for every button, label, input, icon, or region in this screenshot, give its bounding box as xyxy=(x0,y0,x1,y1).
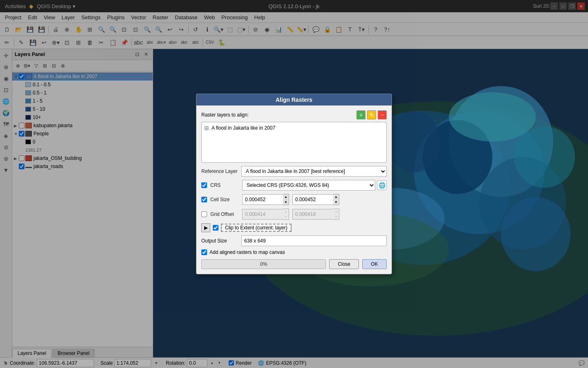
align-rasters-dialog: Align Rasters Raster layers to align: + … xyxy=(196,94,392,274)
grid-offset-y-up[interactable]: ▲ xyxy=(333,209,339,214)
crs-label: CRS xyxy=(210,182,239,188)
output-size-input[interactable] xyxy=(241,236,387,246)
clip-action-btn[interactable]: ▶ xyxy=(201,223,210,232)
cell-size-y-up[interactable]: ▲ xyxy=(333,194,339,200)
raster-list-item-1[interactable]: ⊞ A flood in Jakarta like in 2007 xyxy=(203,124,385,132)
clip-label: Clip to Extent (current: layer) xyxy=(221,224,292,232)
output-size-row: Output Size xyxy=(201,236,387,246)
raster-list-header: Raster layers to align: + ✎ − xyxy=(201,110,387,119)
progress-row: 0% Close OK xyxy=(201,259,387,269)
cell-size-label: Cell Size xyxy=(210,197,239,202)
cell-size-y-spin: ▲ ▼ xyxy=(333,194,339,205)
grid-offset-y-spin: ▲ ▼ xyxy=(333,209,339,220)
cell-size-x-spin: ▲ ▼ xyxy=(283,194,289,205)
cell-size-x-input[interactable] xyxy=(242,194,283,205)
add-raster-btn[interactable]: + xyxy=(356,110,365,119)
clip-checkbox[interactable] xyxy=(213,225,218,231)
grid-offset-y-group: ▲ ▼ xyxy=(292,209,339,220)
reference-layer-row: Reference Layer A flood in Jakarta like … xyxy=(201,166,387,177)
crs-select[interactable]: Selected CRS (EPSG:4326, WGS 84) xyxy=(242,180,375,191)
raster-label: Raster layers to align: xyxy=(201,112,249,118)
dialog-body: Raster layers to align: + ✎ − ⊞ A flood … xyxy=(196,105,392,274)
remove-raster-btn[interactable]: − xyxy=(378,110,387,119)
dialog-overlay: Align Rasters Raster layers to align: + … xyxy=(0,0,588,368)
edit-raster-btn[interactable]: ✎ xyxy=(367,110,376,119)
add-rasters-row: Add aligned rasters to map canvas xyxy=(201,249,387,255)
add-rasters-checkbox[interactable] xyxy=(201,249,207,255)
grid-offset-checkbox[interactable] xyxy=(201,211,207,217)
close-dialog-btn[interactable]: Close xyxy=(329,259,359,269)
dialog-title: Align Rasters xyxy=(276,96,312,103)
cell-size-y-down[interactable]: ▼ xyxy=(333,200,339,205)
cell-size-y-input[interactable] xyxy=(292,194,333,205)
cell-size-y-group: ▲ ▼ xyxy=(292,194,339,205)
add-rasters-label: Add aligned rasters to map canvas xyxy=(209,249,285,255)
clip-row: ▶ Clip to Extent (current: layer) xyxy=(201,223,387,232)
cell-size-x-up[interactable]: ▲ xyxy=(283,194,289,200)
grid-offset-x-down[interactable]: ▼ xyxy=(283,214,289,220)
grid-offset-x-spin: ▲ ▼ xyxy=(283,209,289,220)
raster-action-buttons: + ✎ − xyxy=(356,110,387,119)
ok-dialog-btn[interactable]: OK xyxy=(362,259,387,269)
crs-globe-btn[interactable]: 🌐 xyxy=(377,180,387,190)
reference-layer-label: Reference Layer xyxy=(201,168,238,174)
grid-offset-label: Grid Offset xyxy=(210,211,239,217)
grid-offset-y-down[interactable]: ▼ xyxy=(333,214,339,220)
crs-row: CRS Selected CRS (EPSG:4326, WGS 84) 🌐 xyxy=(201,180,387,191)
cell-size-row: Cell Size ▲ ▼ ▲ ▼ xyxy=(201,194,387,205)
reference-layer-select[interactable]: A flood in Jakarta like in 2007 [best re… xyxy=(241,166,387,177)
crs-checkbox[interactable] xyxy=(201,182,207,188)
grid-offset-row: Grid Offset ▲ ▼ ▲ ▼ xyxy=(201,209,387,220)
raster-list-area: ⊞ A flood in Jakarta like in 2007 xyxy=(201,122,387,163)
cell-size-checkbox[interactable] xyxy=(201,197,207,202)
dialog-titlebar: Align Rasters xyxy=(196,94,392,105)
grid-offset-x-input[interactable] xyxy=(242,209,283,220)
grid-offset-x-up[interactable]: ▲ xyxy=(283,209,289,214)
raster-item-icon: ⊞ xyxy=(204,125,209,131)
output-size-label: Output Size xyxy=(201,238,238,244)
grid-offset-y-input[interactable] xyxy=(292,209,333,220)
progress-text: 0% xyxy=(202,260,325,269)
cell-size-x-down[interactable]: ▼ xyxy=(283,200,289,205)
cell-size-x-group: ▲ ▼ xyxy=(242,194,289,205)
grid-offset-x-group: ▲ ▼ xyxy=(242,209,289,220)
crs-select-row: Selected CRS (EPSG:4326, WGS 84) 🌐 xyxy=(242,180,387,191)
progress-bar-container: 0% xyxy=(201,259,326,269)
raster-item-name: A flood in Jakarta like in 2007 xyxy=(212,125,275,131)
